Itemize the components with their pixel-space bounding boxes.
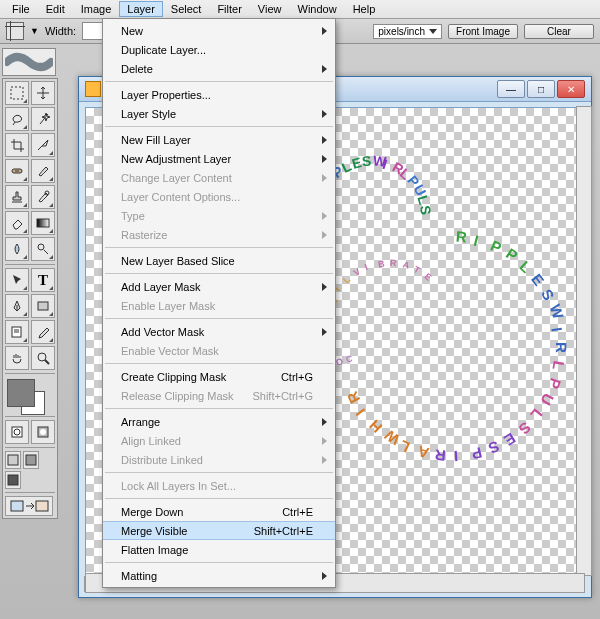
menu-layer[interactable]: Layer bbox=[119, 1, 163, 17]
submenu-arrow-icon bbox=[322, 65, 327, 73]
menu-file[interactable]: File bbox=[4, 1, 38, 17]
lasso-tool[interactable] bbox=[5, 107, 29, 131]
units-select[interactable]: pixels/inch bbox=[373, 24, 442, 39]
menu-item-layer-content-options: Layer Content Options... bbox=[103, 187, 335, 206]
heal-tool[interactable] bbox=[5, 159, 29, 183]
marquee-tool[interactable] bbox=[5, 81, 29, 105]
menu-item-flatten-image[interactable]: Flatten Image bbox=[103, 540, 335, 559]
menu-item-create-clipping-mask[interactable]: Create Clipping MaskCtrl+G bbox=[103, 367, 335, 386]
quickmask-off[interactable] bbox=[5, 420, 29, 444]
submenu-arrow-icon bbox=[322, 572, 327, 580]
menu-item-merge-visible[interactable]: Merge VisibleShift+Ctrl+E bbox=[103, 521, 335, 540]
brush-preview[interactable] bbox=[2, 48, 56, 76]
jump-to-imageready[interactable] bbox=[5, 496, 53, 516]
move-tool[interactable] bbox=[31, 81, 55, 105]
menu-item-add-layer-mask[interactable]: Add Layer Mask bbox=[103, 277, 335, 296]
submenu-arrow-icon bbox=[322, 212, 327, 220]
stamp-tool[interactable] bbox=[5, 185, 29, 209]
svg-line-12 bbox=[45, 360, 49, 364]
pen-tool[interactable] bbox=[5, 294, 29, 318]
menu-separator bbox=[105, 126, 333, 127]
chevron-down-icon bbox=[429, 29, 437, 34]
gradient-tool[interactable] bbox=[31, 211, 55, 235]
notes-tool[interactable] bbox=[5, 320, 29, 344]
menu-separator bbox=[105, 318, 333, 319]
menu-item-add-vector-mask[interactable]: Add Vector Mask bbox=[103, 322, 335, 341]
menu-item-new[interactable]: New bbox=[103, 21, 335, 40]
menu-item-delete[interactable]: Delete bbox=[103, 59, 335, 78]
menu-separator bbox=[105, 81, 333, 82]
path-select-tool[interactable] bbox=[5, 268, 29, 292]
menu-item-new-fill-layer[interactable]: New Fill Layer bbox=[103, 130, 335, 149]
wand-tool[interactable] bbox=[31, 107, 55, 131]
menu-bar: FileEditImageLayerSelectFilterViewWindow… bbox=[0, 0, 600, 19]
vertical-scrollbar[interactable] bbox=[576, 106, 592, 576]
svg-point-16 bbox=[40, 429, 46, 435]
menu-separator bbox=[105, 472, 333, 473]
submenu-arrow-icon bbox=[322, 437, 327, 445]
quickmask-on[interactable] bbox=[31, 420, 55, 444]
chevron-down-icon[interactable]: ▼ bbox=[30, 26, 39, 36]
crop-tool[interactable] bbox=[5, 133, 29, 157]
close-button[interactable]: ✕ bbox=[557, 80, 585, 98]
submenu-arrow-icon bbox=[322, 418, 327, 426]
width-label: Width: bbox=[45, 25, 76, 37]
slice-tool[interactable] bbox=[31, 133, 55, 157]
menu-item-arrange[interactable]: Arrange bbox=[103, 412, 335, 431]
screenmode-full[interactable] bbox=[5, 471, 21, 489]
svg-rect-0 bbox=[11, 87, 23, 99]
clear-button[interactable]: Clear bbox=[524, 24, 594, 39]
svg-line-6 bbox=[44, 250, 48, 254]
svg-point-11 bbox=[38, 353, 46, 361]
menu-select[interactable]: Select bbox=[163, 1, 210, 17]
menu-item-merge-down[interactable]: Merge DownCtrl+E bbox=[103, 502, 335, 521]
menu-view[interactable]: View bbox=[250, 1, 290, 17]
menu-item-layer-style[interactable]: Layer Style bbox=[103, 104, 335, 123]
submenu-arrow-icon bbox=[322, 283, 327, 291]
color-swatches[interactable] bbox=[5, 377, 51, 413]
brush-tool[interactable] bbox=[31, 159, 55, 183]
screenmode-standard[interactable] bbox=[5, 451, 21, 469]
app-window: FileEditImageLayerSelectFilterViewWindow… bbox=[0, 0, 600, 619]
svg-rect-4 bbox=[37, 219, 49, 227]
submenu-arrow-icon bbox=[322, 174, 327, 182]
zoom-tool[interactable] bbox=[31, 346, 55, 370]
submenu-arrow-icon bbox=[322, 231, 327, 239]
blur-tool[interactable] bbox=[5, 237, 29, 261]
menu-image[interactable]: Image bbox=[73, 1, 120, 17]
shape-tool[interactable] bbox=[31, 294, 55, 318]
svg-rect-18 bbox=[26, 455, 36, 465]
screenmode-full-menu[interactable] bbox=[23, 451, 39, 469]
minimize-button[interactable]: — bbox=[497, 80, 525, 98]
menu-item-type: Type bbox=[103, 206, 335, 225]
menu-window[interactable]: Window bbox=[290, 1, 345, 17]
eraser-tool[interactable] bbox=[5, 211, 29, 235]
crop-icon bbox=[6, 22, 24, 40]
type-tool[interactable]: T bbox=[31, 268, 55, 292]
menu-item-new-layer-based-slice[interactable]: New Layer Based Slice bbox=[103, 251, 335, 270]
maximize-button[interactable]: □ bbox=[527, 80, 555, 98]
front-image-button[interactable]: Front Image bbox=[448, 24, 518, 39]
hand-tool[interactable] bbox=[5, 346, 29, 370]
layer-menu: NewDuplicate Layer...DeleteLayer Propert… bbox=[102, 18, 336, 588]
menu-item-lock-all-layers-in-set: Lock All Layers In Set... bbox=[103, 476, 335, 495]
menu-edit[interactable]: Edit bbox=[38, 1, 73, 17]
menu-separator bbox=[105, 247, 333, 248]
document-icon bbox=[85, 81, 101, 97]
menu-item-matting[interactable]: Matting bbox=[103, 566, 335, 585]
menu-help[interactable]: Help bbox=[345, 1, 384, 17]
menu-item-layer-properties[interactable]: Layer Properties... bbox=[103, 85, 335, 104]
menu-item-enable-vector-mask: Enable Vector Mask bbox=[103, 341, 335, 360]
menu-filter[interactable]: Filter bbox=[209, 1, 249, 17]
eyedropper-tool[interactable] bbox=[31, 320, 55, 344]
menu-item-new-adjustment-layer[interactable]: New Adjustment Layer bbox=[103, 149, 335, 168]
menu-item-rasterize: Rasterize bbox=[103, 225, 335, 244]
menu-item-align-linked: Align Linked bbox=[103, 431, 335, 450]
history-brush-tool[interactable] bbox=[31, 185, 55, 209]
units-value: pixels/inch bbox=[378, 26, 425, 37]
submenu-arrow-icon bbox=[322, 155, 327, 163]
dodge-tool[interactable] bbox=[31, 237, 55, 261]
menu-item-duplicate-layer[interactable]: Duplicate Layer... bbox=[103, 40, 335, 59]
svg-rect-20 bbox=[11, 501, 23, 511]
menu-item-change-layer-content: Change Layer Content bbox=[103, 168, 335, 187]
